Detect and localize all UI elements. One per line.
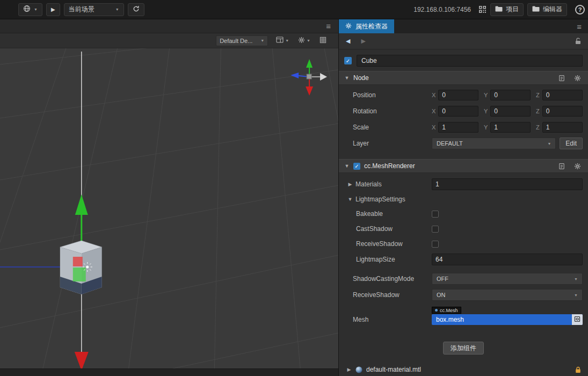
scene-select-label: 当前场景: [69, 5, 95, 14]
materials-count-input[interactable]: [432, 178, 583, 190]
gear-icon: [298, 37, 305, 45]
receive-shadow-checkbox[interactable]: [432, 241, 439, 248]
device-preset-dropdown[interactable]: Default De... ▼: [216, 35, 268, 46]
material-footer-row[interactable]: ▶ default-material.mtl: [339, 363, 588, 376]
refresh-icon: [133, 5, 140, 14]
gear-icon[interactable]: [574, 163, 581, 170]
toolbar-right-group: 192.168.0.106:7456 项目: [413, 3, 585, 16]
receive-shadow-dropdown[interactable]: ON ▼: [432, 289, 583, 301]
mesh-row: Mesh cc.Mesh box.mesh: [339, 312, 588, 328]
platform-globe-button[interactable]: ▼: [18, 3, 42, 16]
open-editor-button[interactable]: 编辑器: [527, 3, 567, 16]
cast-shadow-checkbox[interactable]: [432, 226, 439, 233]
component-doc-icon[interactable]: [558, 163, 565, 170]
collapse-icon[interactable]: ▼: [344, 75, 350, 81]
shadow-casting-mode-dropdown[interactable]: OFF ▼: [432, 273, 583, 285]
component-doc-icon[interactable]: [558, 75, 565, 82]
node-section-title: Node: [353, 74, 369, 82]
shadow-casting-mode-row: ShadowCastingMode OFF ▼: [339, 271, 588, 287]
axis-z-label: Z: [536, 92, 540, 98]
axis-y-label: Y: [484, 124, 488, 131]
position-z-input[interactable]: [542, 90, 583, 100]
gear-icon[interactable]: [574, 75, 581, 82]
inspector-content: ✓ ▼ Node: [339, 49, 588, 376]
scene-canvas: [0, 48, 338, 368]
play-icon: ▶: [51, 6, 55, 12]
scale-y-input[interactable]: [490, 122, 531, 133]
help-icon[interactable]: ?: [575, 5, 585, 15]
device-preset-label: Default De...: [220, 38, 252, 44]
chevron-down-icon: ▼: [260, 39, 264, 42]
mesh-renderer-enabled-checkbox[interactable]: ✓: [353, 163, 360, 170]
tab-inspector[interactable]: 属性检查器: [339, 19, 394, 33]
history-forward-icon[interactable]: ▶: [361, 38, 365, 45]
add-component-row: 添加组件: [339, 342, 588, 355]
materials-row: ▶ Materials: [339, 176, 588, 192]
receive-shadow-label: ReceiveShadow: [356, 240, 403, 248]
expand-icon[interactable]: ▶: [347, 182, 353, 187]
inspector-panel: 属性检查器 ≡ ◀ ▶ ✓: [339, 19, 588, 376]
gizmo-plane-handle-green: [73, 267, 86, 281]
mesh-label: Mesh: [353, 316, 368, 323]
position-label: Position: [353, 91, 376, 99]
preview-address: 192.168.0.106:7456: [413, 6, 471, 13]
position-y-input[interactable]: [490, 90, 531, 100]
chevron-down-icon: ▼: [574, 277, 578, 281]
scale-x-input[interactable]: [438, 122, 478, 133]
grid-toggle-button[interactable]: [318, 35, 328, 46]
lock-icon[interactable]: [575, 366, 581, 373]
scale-z-input[interactable]: [542, 122, 583, 133]
node-active-checkbox[interactable]: ✓: [344, 57, 352, 64]
panel-menu-icon[interactable]: ≡: [326, 22, 331, 30]
main-area: ≡ Default De... ▼ ▼: [0, 19, 588, 376]
lightmap-size-row: LightmapSize: [339, 251, 588, 267]
shadow-casting-mode-value: OFF: [437, 276, 448, 282]
add-component-button[interactable]: 添加组件: [443, 342, 484, 355]
node-name-input[interactable]: [357, 55, 583, 67]
mesh-browse-button[interactable]: [572, 314, 583, 325]
chevron-down-icon: ▼: [115, 8, 119, 11]
refresh-button[interactable]: [128, 3, 144, 16]
receive-shadow-dropdown-row: ReceiveShadow ON ▼: [339, 287, 588, 303]
position-x-input[interactable]: [438, 90, 478, 100]
play-button[interactable]: ▶: [46, 3, 60, 16]
bakeable-checkbox[interactable]: [432, 211, 439, 218]
collapse-icon[interactable]: ▼: [347, 197, 353, 202]
open-project-button[interactable]: 项目: [490, 3, 524, 16]
position-row: Position X Y Z: [339, 87, 588, 103]
grid-icon: [320, 37, 326, 45]
node-section-header: ▼ Node: [339, 71, 588, 85]
receive-shadow-row-label: ReceiveShadow: [353, 291, 400, 299]
main-toolbar: ▼ ▶ 当前场景 ▼ 192.168.0.106:7456: [0, 0, 588, 19]
layer-dropdown[interactable]: DEFAULT ▼: [432, 138, 556, 149]
scene-panel: ≡ Default De... ▼ ▼: [0, 19, 339, 376]
scene-settings-button[interactable]: ▼: [297, 35, 311, 46]
layer-edit-button[interactable]: Edit: [560, 138, 583, 149]
axis-z-label: Z: [536, 108, 540, 114]
lightmap-settings-row: ▼ LightmapSettings: [339, 192, 588, 206]
lightmap-size-input[interactable]: [432, 254, 583, 265]
chevron-down-icon: ▼: [285, 39, 289, 42]
light-gizmo-icon: [83, 262, 92, 272]
qr-code-icon[interactable]: [478, 5, 487, 13]
mesh-asset-field[interactable]: box.mesh: [432, 314, 583, 325]
rotation-x-input[interactable]: [438, 106, 478, 117]
history-back-icon[interactable]: ◀: [346, 38, 350, 45]
bakeable-label: Bakeable: [356, 210, 383, 218]
layout-panels-button[interactable]: ▼: [275, 35, 290, 46]
shadow-casting-mode-label: ShadowCastingMode: [353, 275, 414, 283]
globe-icon: [23, 5, 31, 14]
collapse-icon[interactable]: ▼: [344, 163, 350, 169]
rotation-y-input[interactable]: [490, 106, 531, 117]
project-button-label: 项目: [506, 5, 519, 14]
scene-viewport[interactable]: [0, 48, 338, 368]
scene-background: [0, 48, 338, 368]
axis-x-label: X: [432, 92, 435, 98]
expand-icon[interactable]: ▶: [346, 367, 352, 372]
unlock-icon[interactable]: [575, 38, 581, 45]
receive-shadow-dropdown-value: ON: [437, 292, 446, 298]
panel-menu-icon[interactable]: ≡: [577, 23, 582, 31]
scene-select-dropdown[interactable]: 当前场景 ▼: [64, 3, 124, 16]
rotation-z-input[interactable]: [542, 106, 583, 117]
check-icon: ✓: [354, 163, 359, 169]
